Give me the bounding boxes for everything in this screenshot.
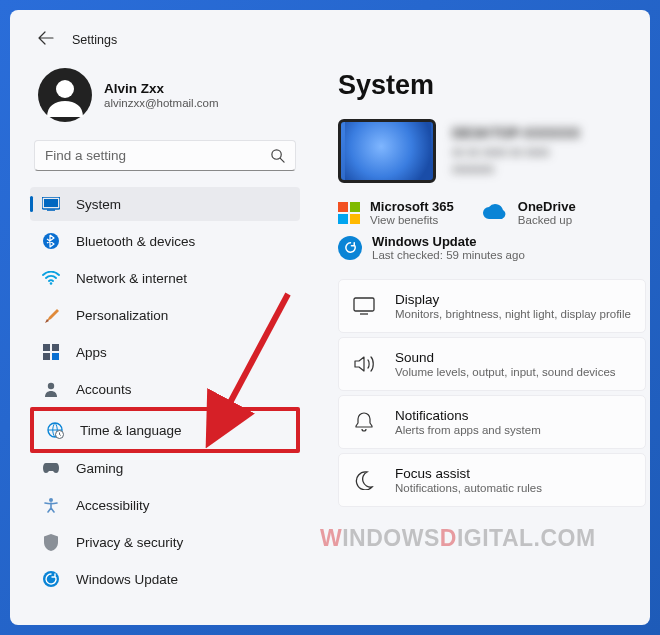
bell-icon [353,411,375,433]
nav-windows-update[interactable]: Windows Update [30,562,300,596]
card-focus-assist[interactable]: Focus assist Notifications, automatic ru… [338,453,646,507]
device-thumbnail[interactable] [338,119,436,183]
annotation-highlight: Time & language [30,407,300,453]
promo-sub: View benefits [370,214,454,226]
svg-point-11 [48,383,54,389]
card-sub: Volume levels, output, input, sound devi… [395,366,616,378]
nav-label: Apps [76,345,107,360]
apps-icon [42,343,60,361]
search-input[interactable] [45,148,270,163]
svg-rect-16 [354,298,374,311]
windows-update-row[interactable]: Windows Update Last checked: 59 minutes … [338,234,646,261]
promo-title: Microsoft 365 [370,199,454,214]
svg-rect-9 [43,353,50,360]
settings-window: Settings Alvin Zxx alvinzxx@hotmail.com [10,10,650,625]
person-icon [42,380,60,398]
nav-label: Privacy & security [76,535,183,550]
user-name: Alvin Zxx [104,81,219,96]
gamepad-icon [42,459,60,477]
promo-sub: Backed up [518,214,576,226]
card-sound[interactable]: Sound Volume levels, output, input, soun… [338,337,646,391]
svg-rect-4 [47,210,55,211]
nav-accounts[interactable]: Accounts [30,372,300,406]
card-title: Focus assist [395,466,542,481]
nav-label: Network & internet [76,271,187,286]
sidebar: Alvin Zxx alvinzxx@hotmail.com System Bl… [10,64,314,621]
user-email: alvinzxx@hotmail.com [104,97,219,109]
globe-clock-icon [46,421,64,439]
speaker-icon [353,353,375,375]
microsoft-logo-icon [338,202,360,224]
avatar-icon [43,73,87,117]
nav-accessibility[interactable]: Accessibility [30,488,300,522]
user-block[interactable]: Alvin Zxx alvinzxx@hotmail.com [30,64,300,140]
svg-point-6 [50,282,53,285]
sync-icon [338,236,362,260]
update-sub: Last checked: 59 minutes ago [372,249,525,261]
body: Alvin Zxx alvinzxx@hotmail.com System Bl… [10,64,650,621]
nav-label: Gaming [76,461,123,476]
avatar [38,68,92,122]
arrow-left-icon [38,30,54,46]
nav-system[interactable]: System [30,187,300,221]
nav-label: Accounts [76,382,132,397]
nav-privacy[interactable]: Privacy & security [30,525,300,559]
nav-gaming[interactable]: Gaming [30,451,300,485]
monitor-icon [353,295,375,317]
nav-bluetooth[interactable]: Bluetooth & devices [30,224,300,258]
promo-row: Microsoft 365 View benefits OneDrive Bac… [338,199,646,226]
svg-point-1 [272,150,281,159]
cloud-icon [482,202,508,224]
card-sub: Notifications, automatic rules [395,482,542,494]
nav-label: Windows Update [76,572,178,587]
nav-apps[interactable]: Apps [30,335,300,369]
card-display[interactable]: Display Monitors, brightness, night ligh… [338,279,646,333]
svg-rect-10 [52,353,59,360]
nav-time-language[interactable]: Time & language [34,411,296,449]
card-notifications[interactable]: Notifications Alerts from apps and syste… [338,395,646,449]
nav-label: Accessibility [76,498,150,513]
promo-onedrive[interactable]: OneDrive Backed up [482,199,576,226]
nav-label: Time & language [80,423,182,438]
card-sub: Alerts from apps and system [395,424,541,436]
main-pane: System DESKTOP-XXXXXXxx xx xxxx xx xxxxx… [314,64,650,621]
brush-icon [42,306,60,324]
wifi-icon [42,269,60,287]
back-button[interactable] [38,30,54,50]
bloom-wallpaper-icon [345,119,431,183]
svg-rect-3 [44,199,58,207]
svg-rect-8 [52,344,59,351]
accessibility-icon [42,496,60,514]
app-title: Settings [72,33,117,47]
card-title: Display [395,292,631,307]
search-box[interactable] [34,140,296,171]
nav-label: System [76,197,121,212]
svg-point-14 [49,498,53,502]
update-title: Windows Update [372,234,525,249]
promo-microsoft365[interactable]: Microsoft 365 View benefits [338,199,454,226]
update-icon [42,570,60,588]
card-title: Notifications [395,408,541,423]
system-icon [42,195,60,213]
svg-rect-7 [43,344,50,351]
svg-point-0 [56,80,74,98]
device-info: DESKTOP-XXXXXXxx xx xxxx xx xxxxxxxxxxx [452,124,580,177]
nav-label: Personalization [76,308,168,323]
titlebar: Settings [10,30,650,64]
device-row: DESKTOP-XXXXXXxx xx xxxx xx xxxxxxxxxxx [338,119,646,183]
user-text: Alvin Zxx alvinzxx@hotmail.com [104,81,219,109]
card-title: Sound [395,350,616,365]
card-sub: Monitors, brightness, night light, displ… [395,308,631,320]
page-title: System [338,64,646,119]
nav-label: Bluetooth & devices [76,234,195,249]
bluetooth-icon [42,232,60,250]
nav-personalization[interactable]: Personalization [30,298,300,332]
promo-title: OneDrive [518,199,576,214]
search-icon [270,148,285,163]
nav-list: System Bluetooth & devices Network & int… [30,187,300,596]
cards-list: Display Monitors, brightness, night ligh… [338,279,646,507]
shield-icon [42,533,60,551]
moon-icon [353,469,375,491]
nav-network[interactable]: Network & internet [30,261,300,295]
